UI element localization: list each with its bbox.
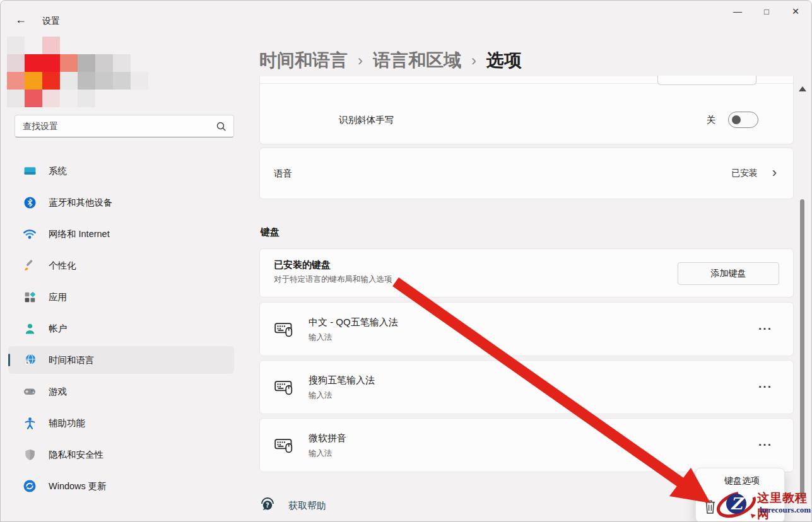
time-language-icon xyxy=(22,352,37,368)
keyboard-row-qq-wubi: 中文 - QQ五笔输入法 输入法 ··· xyxy=(259,302,794,356)
search-box xyxy=(15,115,234,137)
bluetooth-icon xyxy=(22,195,37,210)
sidebar-item-personalization[interactable]: 个性化 xyxy=(8,252,234,279)
sidebar-item-privacy-security[interactable]: 隐私和安全性 xyxy=(8,441,234,468)
sidebar-item-label: 帐户 xyxy=(49,323,67,335)
personalization-icon xyxy=(22,258,37,273)
toggle-knob xyxy=(732,115,741,124)
breadcrumb-language-region[interactable]: 语言和区域 xyxy=(373,49,461,72)
settings-window: ← 设置 — □ × 系统 xyxy=(0,0,812,522)
sidebar-item-label: 游戏 xyxy=(49,386,67,398)
sidebar-item-apps[interactable]: 应用 xyxy=(8,283,234,311)
sidebar-item-label: 蓝牙和其他设备 xyxy=(49,197,113,209)
speech-card[interactable]: 语音 已安装 › xyxy=(259,148,794,199)
installed-keyboards-subtitle: 对于特定语言的键布局和输入选项 xyxy=(274,274,392,285)
network-icon xyxy=(22,226,37,241)
breadcrumb: 时间和语言 › 语言和区域 › 选项 xyxy=(259,49,522,72)
keyboard-type: 输入法 xyxy=(309,390,332,401)
close-button[interactable]: × xyxy=(781,1,810,22)
input-method-icon xyxy=(274,377,295,400)
search-input[interactable] xyxy=(23,116,212,136)
sidebar-item-label: Windows 更新 xyxy=(49,480,107,492)
sidebar-nav: 系统 蓝牙和其他设备 网络和 Internet xyxy=(8,157,234,504)
sidebar-item-label: 系统 xyxy=(49,165,67,177)
sidebar-item-windows-update[interactable]: Windows 更新 xyxy=(8,472,234,500)
more-options-button[interactable]: ··· xyxy=(754,377,777,397)
help-icon: ? xyxy=(259,496,276,516)
window-controls: — □ × xyxy=(723,1,810,22)
sidebar-item-label: 隐私和安全性 xyxy=(49,449,103,461)
help-label: 获取帮助 xyxy=(288,500,326,512)
toggle-state-label: 关 xyxy=(707,114,716,126)
windows-update-icon xyxy=(22,478,37,494)
handwriting-card: 识别斜体手写 关 xyxy=(259,76,794,144)
accounts-icon xyxy=(22,321,37,336)
scroll-up-icon[interactable] xyxy=(799,86,806,91)
privacy-icon xyxy=(22,447,37,462)
sidebar-item-label: 个性化 xyxy=(49,260,76,272)
maximize-button[interactable]: □ xyxy=(752,1,781,22)
sidebar-item-label: 时间和语言 xyxy=(49,354,95,366)
keyboard-name: 搜狗五笔输入法 xyxy=(309,374,375,386)
window-title: 设置 xyxy=(42,16,60,27)
breadcrumb-current-options: 选项 xyxy=(486,49,522,72)
minimize-button[interactable]: — xyxy=(723,1,752,22)
sidebar-item-network-internet[interactable]: 网络和 Internet xyxy=(8,220,234,248)
keyboard-row-sogou-wubi: 搜狗五笔输入法 输入法 ··· xyxy=(259,360,794,414)
chevron-right-icon: › xyxy=(772,165,777,181)
keyboard-type: 输入法 xyxy=(309,332,332,343)
watermark: Z 这里教程网 herecours.com xyxy=(715,486,812,522)
handwriting-toggle[interactable] xyxy=(728,112,758,128)
keyboard-type: 输入法 xyxy=(309,448,332,459)
speech-label: 语音 xyxy=(274,168,292,180)
watermark-logo-icon: Z xyxy=(715,486,757,522)
input-method-icon xyxy=(274,319,295,342)
sidebar-item-system[interactable]: 系统 xyxy=(8,157,234,185)
gaming-icon xyxy=(22,384,37,399)
svg-text:?: ? xyxy=(266,502,269,509)
avatar xyxy=(7,37,148,107)
get-help-link[interactable]: ? 获取帮助 xyxy=(259,496,326,516)
installed-keyboards-title: 已安装的键盘 xyxy=(274,259,331,271)
system-icon xyxy=(22,163,37,178)
keyboard-name: 中文 - QQ五笔输入法 xyxy=(309,316,398,328)
sidebar-item-bluetooth-devices[interactable]: 蓝牙和其他设备 xyxy=(8,188,234,216)
scrollbar[interactable] xyxy=(798,83,807,518)
keyboard-name: 微软拼音 xyxy=(309,432,346,444)
handwriting-label: 识别斜体手写 xyxy=(339,114,394,126)
keyboard-row-microsoft-pinyin: 微软拼音 输入法 ··· xyxy=(259,418,794,472)
back-button[interactable]: ← xyxy=(11,11,31,28)
sidebar-item-accessibility[interactable]: 辅助功能 xyxy=(8,409,234,437)
search-icon xyxy=(216,121,227,135)
speech-status: 已安装 xyxy=(731,168,758,179)
installed-keyboards-card: 已安装的键盘 对于特定语言的键布局和输入选项 添加键盘 xyxy=(259,248,794,298)
input-method-icon xyxy=(274,435,295,458)
menu-item-keyboard-options[interactable]: 键盘选项 xyxy=(724,475,760,487)
breadcrumb-separator: › xyxy=(358,52,363,69)
selected-indicator xyxy=(8,354,10,366)
sidebar-item-accounts[interactable]: 帐户 xyxy=(8,315,234,342)
more-options-button[interactable]: ··· xyxy=(754,319,777,339)
breadcrumb-time-language[interactable]: 时间和语言 xyxy=(259,49,348,72)
more-options-button[interactable]: ··· xyxy=(754,435,777,455)
keyboard-section-title: 键盘 xyxy=(261,226,279,238)
add-keyboard-button[interactable]: 添加键盘 xyxy=(678,262,779,285)
sidebar-item-label: 辅助功能 xyxy=(49,417,85,429)
scrollbar-thumb[interactable] xyxy=(800,199,804,499)
sidebar-item-gaming[interactable]: 游戏 xyxy=(8,378,234,405)
accessibility-icon xyxy=(22,415,37,431)
breadcrumb-separator: › xyxy=(471,52,476,69)
watermark-domain: herecours.com xyxy=(760,505,811,515)
clipped-dropdown[interactable] xyxy=(657,76,756,85)
sidebar-item-time-language[interactable]: 时间和语言 xyxy=(8,346,234,374)
sidebar-item-label: 网络和 Internet xyxy=(49,228,110,240)
apps-icon xyxy=(22,289,37,304)
trash-icon xyxy=(703,499,717,518)
sidebar-item-label: 应用 xyxy=(49,291,67,303)
